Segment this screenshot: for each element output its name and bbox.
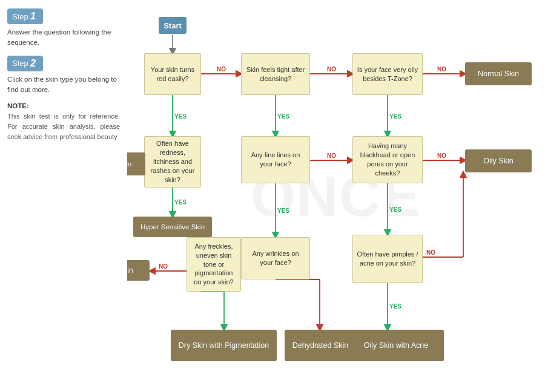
svg-text:YES: YES <box>277 207 289 214</box>
step2-desc: Click on the skin type you belong to fin… <box>7 74 120 96</box>
q4-box: Often have redness, itchiness and rashes… <box>144 136 201 188</box>
left-panel: Step 1 Answer the question following the… <box>0 0 127 392</box>
dehydrated-box[interactable]: Dehydrated Skin <box>285 330 356 361</box>
svg-text:YES: YES <box>277 113 289 120</box>
svg-text:YES: YES <box>174 199 187 206</box>
hyper-sensitive-box[interactable]: Hyper Sensitive Skin <box>133 217 212 237</box>
svg-text:YES: YES <box>389 206 401 213</box>
svg-text:NO: NO <box>159 263 168 270</box>
step1-badge: Step 1 <box>7 8 43 24</box>
q1-box: Your skin turns red easily? <box>144 53 201 95</box>
oily-skin-box[interactable]: Oily Skin <box>465 149 532 172</box>
dry-pig-box[interactable]: Dry Skin with Pigmentation <box>171 330 277 361</box>
start-box: Start <box>159 17 187 34</box>
note-body: This skin test is only for reference. Fo… <box>7 111 120 142</box>
sensitive-skin-box[interactable]: Sensitive Skin <box>127 152 145 175</box>
oily-acne-box[interactable]: Oily Skin with Acne <box>348 330 444 361</box>
svg-text:YES: YES <box>389 303 401 310</box>
svg-text:NO: NO <box>437 152 446 159</box>
svg-text:NO: NO <box>217 66 226 73</box>
q7-box: Any freckles, uneven skin tone or pigmen… <box>187 237 241 292</box>
svg-text:NO: NO <box>327 66 336 73</box>
svg-text:NO: NO <box>426 249 435 256</box>
step1-desc: Answer the question following the sequen… <box>7 27 120 48</box>
svg-text:YES: YES <box>174 113 187 120</box>
normal-skin-box[interactable]: Normal Skin <box>465 62 532 85</box>
right-panel: ONCE NO <box>127 0 545 392</box>
svg-text:YES: YES <box>389 113 401 120</box>
main-container: Step 1 Answer the question following the… <box>0 0 545 392</box>
note-head: NOTE: <box>7 102 120 109</box>
q8-box: Any wrinkles on your face? <box>241 237 310 279</box>
step2-badge: Step 2 <box>7 56 43 71</box>
svg-text:NO: NO <box>327 152 336 159</box>
q5-box: Any fine lines on your face? <box>241 136 310 183</box>
svg-text:NO: NO <box>437 66 446 73</box>
q2-box: Skin feels tight after cleansing? <box>241 53 310 95</box>
aging-skin-box[interactable]: Aging Skin <box>127 260 150 281</box>
q9-box: Often have pimples / acne on your skin? <box>352 235 423 283</box>
q6-box: Having many blackhead or open pores on y… <box>352 136 423 183</box>
q3-box: Is your face very oily besides T-Zone? <box>352 53 423 95</box>
